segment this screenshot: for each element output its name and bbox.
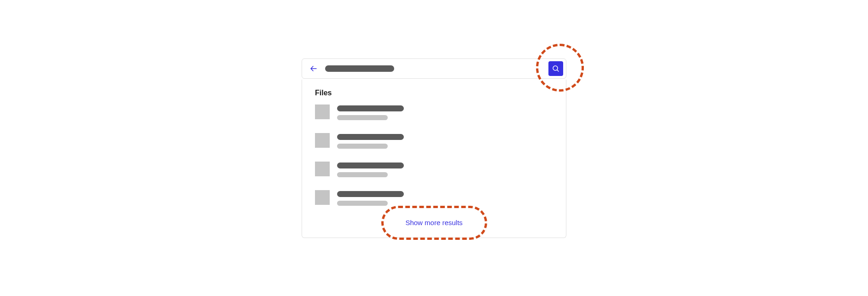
file-subtitle-placeholder: [337, 115, 388, 120]
file-info: [337, 162, 404, 177]
file-thumbnail-icon: [315, 162, 330, 176]
file-thumbnail-icon: [315, 104, 330, 119]
file-thumbnail-icon: [315, 133, 330, 148]
search-button[interactable]: [548, 61, 563, 76]
arrow-left-icon: [309, 64, 319, 73]
file-subtitle-placeholder: [337, 172, 388, 177]
search-results-panel: Files: [302, 80, 566, 238]
svg-line-1: [557, 70, 559, 71]
file-info: [337, 133, 404, 149]
search-input-placeholder[interactable]: [325, 65, 394, 72]
search-bar: [302, 58, 566, 79]
file-subtitle-placeholder: [337, 201, 388, 206]
results-section-header: Files: [315, 89, 553, 97]
file-title-placeholder: [337, 191, 404, 197]
back-button[interactable]: [309, 63, 320, 74]
show-more-results-link[interactable]: Show more results: [315, 219, 553, 226]
file-result-item[interactable]: [315, 190, 553, 206]
file-title-placeholder: [337, 163, 404, 168]
search-widget: Files: [302, 58, 566, 238]
search-icon: [552, 65, 559, 72]
file-thumbnail-icon: [315, 190, 330, 205]
file-result-item[interactable]: [315, 162, 553, 177]
file-info: [337, 190, 404, 206]
file-result-item[interactable]: [315, 104, 553, 120]
file-result-item[interactable]: [315, 133, 553, 149]
file-title-placeholder: [337, 134, 404, 140]
file-subtitle-placeholder: [337, 144, 388, 149]
file-info: [337, 104, 404, 120]
file-title-placeholder: [337, 105, 404, 111]
